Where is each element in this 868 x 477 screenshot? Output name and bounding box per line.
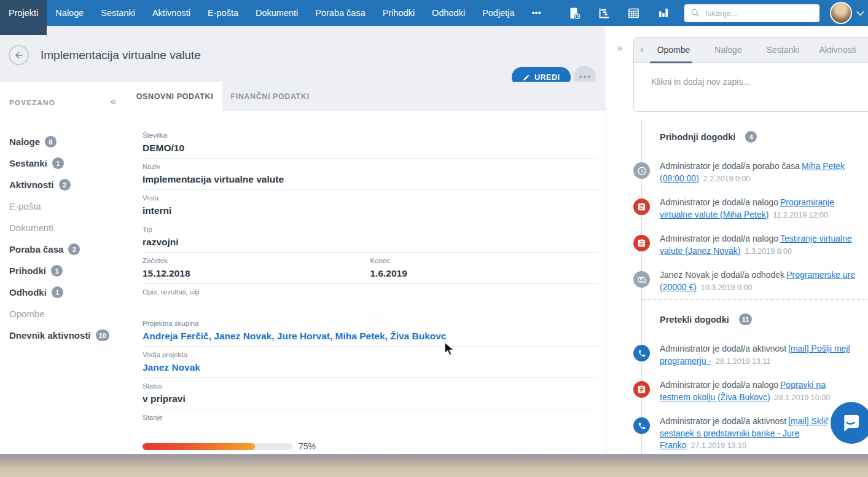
- nav-item[interactable]: Dokumenti: [247, 0, 307, 26]
- chat-bubble-icon: [840, 411, 863, 435]
- pencil-icon: [523, 74, 530, 81]
- user-avatar[interactable]: [830, 2, 852, 24]
- bar-chart-icon[interactable]: [657, 7, 670, 20]
- form-row: Tip razvojni: [143, 221, 598, 253]
- sidebar-item[interactable]: Odhodki 1: [0, 282, 127, 303]
- task-icon: [633, 199, 650, 215]
- sidebar-item[interactable]: Aktivnosti 2: [0, 174, 127, 195]
- activity-panel: » ‹ OpombeNalogeSestankiAktivnosti › Kli…: [606, 26, 868, 454]
- sidebar-item[interactable]: Dokumenti: [0, 217, 127, 238]
- collapse-sidebar-icon[interactable]: «: [111, 95, 116, 108]
- nav-item[interactable]: Odhodki: [423, 0, 474, 26]
- timeline-event: Administrator je dodal/a nalogoTestiranj…: [660, 233, 858, 258]
- page-header: Implementacija virtualne valute UREDI: [0, 26, 605, 82]
- field-label: Opis, rezultati, cilji: [143, 288, 598, 296]
- nav-item[interactable]: Projekti: [0, 0, 47, 26]
- field-value: razvojni: [143, 236, 598, 248]
- nav-item[interactable]: Sestanki: [92, 0, 144, 26]
- tabs-next-icon[interactable]: ›: [865, 44, 868, 56]
- related-sidebar: POVEZANO « Naloge 8 Sestanki 1 Aktivnost…: [0, 82, 127, 454]
- sidebar-item[interactable]: Dnevnik aktivnosti 10: [0, 325, 127, 346]
- event-text: Administrator je dodal/a nalogo: [660, 234, 778, 243]
- collapse-panel-icon[interactable]: »: [617, 42, 622, 54]
- back-arrow-icon: [14, 50, 25, 61]
- field-label: Konec: [370, 257, 598, 265]
- back-button[interactable]: [9, 45, 29, 65]
- nav-item[interactable]: Naloge: [47, 0, 92, 26]
- count-badge: 2: [59, 179, 71, 191]
- sidebar-item-label: Sestanki: [9, 158, 47, 168]
- sidebar-item[interactable]: Opombe: [0, 303, 127, 325]
- money-icon: [633, 271, 650, 288]
- field-value: interni: [143, 205, 598, 217]
- new-entry-input[interactable]: Klikni in dodaj nov zapis...: [634, 63, 868, 111]
- sidebar-item-label: Poraba časa: [9, 244, 63, 254]
- nav-item[interactable]: Poraba časa: [307, 0, 373, 26]
- field-value: v pripravi: [143, 393, 598, 405]
- field-label: Vrsta: [143, 194, 598, 202]
- chevron-down-icon[interactable]: [856, 8, 864, 16]
- count-badge: 1: [51, 265, 63, 277]
- timesheet-icon[interactable]: [568, 7, 581, 20]
- panel-tabs: OpombeNalogeSestankiAktivnosti: [646, 37, 865, 63]
- search-box[interactable]: [684, 4, 819, 22]
- field-label: Naziv: [143, 163, 598, 171]
- search-icon: [690, 8, 700, 18]
- sidebar-item[interactable]: Sestanki 1: [0, 152, 127, 174]
- count-badge: 11: [739, 313, 753, 325]
- nav-item[interactable]: •••: [523, 0, 550, 26]
- form-field: Opis, rezultati, cilji: [143, 288, 598, 311]
- detail-tab[interactable]: OSNOVNI PODATKI: [127, 82, 222, 111]
- event-time: 1.3.2019 8:00: [745, 247, 792, 256]
- form-row: Naziv Implementacija virtualne valute: [143, 159, 598, 190]
- nav-menu: ProjektiNalogeSestankiAktivnostiE-poštaD…: [0, 0, 550, 26]
- section-title-label: Prihodnji dogodki: [660, 132, 735, 142]
- form-row: Stanje 75%: [143, 409, 598, 458]
- nav-item[interactable]: Aktivnosti: [144, 0, 199, 26]
- form-field: Projektna skupina Andreja Ferčič, Janez …: [143, 320, 598, 342]
- progress-fill: [143, 443, 255, 450]
- event-text: Administrator je dodal/a aktivnost: [660, 416, 786, 426]
- progress-bar: [143, 443, 292, 450]
- form-field: Številka DEMO/10: [143, 132, 598, 154]
- timeline: Prihodnji dogodki 4 Administrator je dod…: [660, 131, 858, 454]
- panel-tab[interactable]: Naloge: [701, 37, 756, 63]
- sidebar-item[interactable]: Poraba časa 2: [0, 238, 127, 260]
- sidebar-item-label: Odhodki: [9, 287, 47, 298]
- phone-icon: [633, 345, 650, 361]
- field-label: Tip: [143, 226, 598, 234]
- timeline-event: Administrator je dodal/a aktivnost[mail]…: [660, 343, 858, 368]
- nav-item[interactable]: Prihodki: [374, 0, 423, 26]
- field-value: Implementacija virtualne valute: [143, 173, 598, 186]
- form-field: Tip razvojni: [143, 226, 598, 248]
- field-label: Vodja projekta: [143, 351, 598, 359]
- tabs-prev-icon[interactable]: ‹: [638, 44, 646, 56]
- sidebar-item[interactable]: Prihodki 1: [0, 260, 127, 282]
- sidebar-item[interactable]: Naloge 8: [0, 131, 127, 152]
- timeline-event: Administrator je dodal/a nalogoPopravki …: [660, 379, 858, 404]
- detail-tab[interactable]: FINANČNI PODATKI: [222, 82, 318, 111]
- form-field: Status v pripravi: [143, 382, 598, 405]
- nav-item[interactable]: Podjetja: [474, 0, 523, 26]
- panel-tab[interactable]: Opombe: [646, 37, 701, 63]
- field-value: [143, 299, 598, 311]
- sidebar-item[interactable]: E-pošta: [0, 195, 127, 217]
- task-icon: [633, 235, 650, 251]
- panel-tab[interactable]: Aktivnosti: [810, 37, 865, 63]
- timeline-event: Administrator je dodal/a nalogoProgramir…: [660, 197, 858, 221]
- event-time: 28.1.2019 10:00: [775, 393, 830, 402]
- sidebar-item-label: Dnevnik aktivnosti: [9, 330, 91, 341]
- search-input[interactable]: [705, 9, 813, 18]
- count-badge: 2: [68, 243, 80, 255]
- form-field: Naziv Implementacija virtualne valute: [143, 163, 598, 186]
- calendar-icon[interactable]: [627, 7, 640, 20]
- sidebar-item-label: Dokumenti: [9, 223, 53, 233]
- event-time: 28.1.2019 13:11: [716, 357, 770, 366]
- timeline-separator: [641, 299, 868, 300]
- panel-tab[interactable]: Sestanki: [756, 37, 810, 63]
- gantt-icon[interactable]: [598, 7, 611, 20]
- form-field: Začetek 15.12.2018: [143, 257, 370, 280]
- nav-item[interactable]: E-pošta: [199, 0, 247, 26]
- count-badge: 1: [52, 286, 63, 298]
- form-row: Vodja projekta Janez Novak: [143, 347, 598, 378]
